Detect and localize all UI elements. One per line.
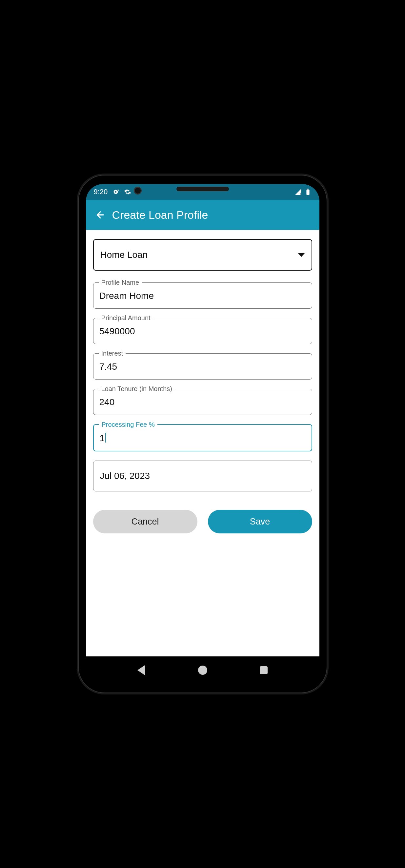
back-button[interactable] [92,207,108,223]
app-bar: Create Loan Profile [86,200,319,230]
tenure-field[interactable]: Loan Tenure (in Months) 240 [93,389,312,415]
circle-icon [198,665,207,675]
loan-type-value: Home Loan [100,250,148,260]
loan-type-select[interactable]: Home Loan [93,239,312,271]
square-icon [260,666,268,674]
processing-fee-label: Processing Fee % [99,421,157,428]
status-left: 9:20 [94,188,131,196]
disc-icon [112,188,119,195]
processing-fee-field[interactable]: Processing Fee % 1 [93,424,312,452]
profile-name-field[interactable]: Profile Name Dream Home [93,282,312,309]
save-button[interactable]: Save [208,510,312,533]
processing-fee-value: 1 [100,433,306,443]
nav-back-button[interactable] [136,664,147,676]
cancel-button[interactable]: Cancel [93,510,197,533]
nav-recent-button[interactable] [258,664,269,676]
profile-name-value: Dream Home [99,291,306,301]
svg-point-2 [118,190,119,191]
tenure-label: Loan Tenure (in Months) [99,385,175,393]
gear-icon [124,188,131,195]
nav-home-button[interactable] [197,664,208,676]
screen: 9:20 ! Create Loan [86,184,319,684]
svg-rect-6 [307,189,309,190]
signal-icon: ! [294,188,302,195]
svg-rect-5 [306,190,309,195]
status-time: 9:20 [94,188,108,196]
svg-text:!: ! [301,193,301,195]
start-date-field[interactable]: Jul 06, 2023 [93,461,312,491]
interest-field[interactable]: Interest 7.45 [93,353,312,379]
android-nav-bar [86,656,319,684]
start-date-value: Jul 06, 2023 [100,471,305,481]
profile-name-label: Profile Name [99,279,142,286]
status-right: ! [294,188,312,195]
battery-icon [304,188,312,195]
phone-frame: 9:20 ! Create Loan [78,175,327,693]
chevron-down-icon [298,253,305,257]
interest-value: 7.45 [99,362,306,372]
page-title: Create Loan Profile [112,209,208,221]
tenure-value: 240 [99,397,306,407]
status-bar: 9:20 ! [86,184,319,200]
button-row: Cancel Save [93,510,312,533]
principal-field[interactable]: Principal Amount 5490000 [93,318,312,344]
svg-point-1 [115,191,117,193]
triangle-icon [137,665,145,676]
arrow-left-icon [95,210,105,220]
principal-label: Principal Amount [99,314,153,322]
interest-label: Interest [99,350,126,357]
form-content: Home Loan Profile Name Dream Home Princi… [86,230,319,656]
principal-value: 5490000 [99,326,306,337]
